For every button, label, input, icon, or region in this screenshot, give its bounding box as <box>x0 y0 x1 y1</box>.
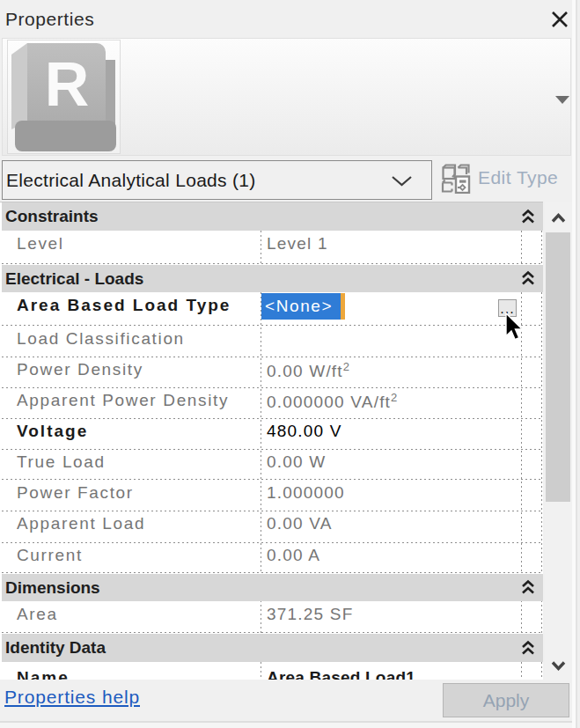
svg-text:R: R <box>45 50 90 119</box>
